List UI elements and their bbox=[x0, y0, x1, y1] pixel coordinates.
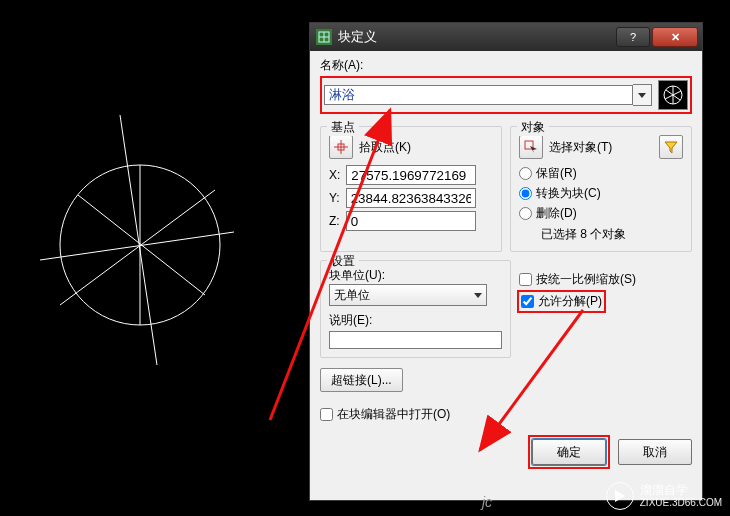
open-in-editor-label: 在块编辑器中打开(O) bbox=[337, 406, 450, 423]
objects-title: 对象 bbox=[517, 119, 549, 136]
scale-uniform-label: 按统一比例缩放(S) bbox=[536, 271, 636, 288]
play-icon bbox=[606, 482, 634, 510]
x-label: X: bbox=[329, 168, 340, 182]
convert-radio[interactable] bbox=[519, 187, 532, 200]
convert-label: 转换为块(C) bbox=[536, 185, 601, 202]
quick-select-button[interactable] bbox=[659, 135, 683, 159]
base-point-title: 基点 bbox=[327, 119, 359, 136]
cancel-button[interactable]: 取消 bbox=[618, 439, 692, 465]
svg-line-2 bbox=[40, 232, 234, 260]
selection-status: 已选择 8 个对象 bbox=[541, 226, 683, 243]
convert-radio-row[interactable]: 转换为块(C) bbox=[519, 185, 683, 202]
svg-line-5 bbox=[78, 195, 205, 295]
block-unit-select[interactable]: 无单位 bbox=[329, 284, 487, 306]
z-label: Z: bbox=[329, 214, 340, 228]
retain-label: 保留(R) bbox=[536, 165, 577, 182]
watermark: 溜溜自学 ZIXUE.3D66.COM bbox=[606, 482, 722, 510]
name-label: 名称(A): bbox=[320, 57, 692, 74]
description-input[interactable] bbox=[329, 331, 502, 349]
name-dropdown-button[interactable] bbox=[633, 84, 652, 106]
help-button[interactable]: ? bbox=[616, 27, 650, 47]
delete-radio[interactable] bbox=[519, 207, 532, 220]
cad-canvas bbox=[0, 0, 320, 516]
allow-explode-checkbox[interactable] bbox=[521, 295, 534, 308]
name-field-highlight bbox=[320, 76, 692, 114]
block-preview bbox=[658, 80, 688, 110]
hyperlink-button[interactable]: 超链接(L)... bbox=[320, 368, 403, 392]
watermark-url: ZIXUE.3D66.COM bbox=[640, 497, 722, 508]
objects-group: 对象 选择对象(T) 保留(R) 转换为块(C) bbox=[510, 126, 692, 252]
pick-point-button[interactable] bbox=[329, 135, 353, 159]
settings-group: 设置 块单位(U): 无单位 说明(E): bbox=[320, 260, 511, 358]
x-input[interactable] bbox=[346, 165, 476, 185]
block-definition-dialog: 块定义 ? ✕ 名称(A): 基点 拾取点(K) bbox=[309, 22, 703, 501]
jc-mark: jc bbox=[482, 494, 492, 510]
svg-line-1 bbox=[60, 190, 215, 305]
retain-radio-row[interactable]: 保留(R) bbox=[519, 165, 683, 182]
block-unit-value: 无单位 bbox=[334, 287, 370, 304]
filter-icon bbox=[664, 140, 678, 154]
settings-title: 设置 bbox=[327, 253, 359, 270]
select-objects-button[interactable] bbox=[519, 135, 543, 159]
delete-radio-row[interactable]: 删除(D) bbox=[519, 205, 683, 222]
chevron-down-icon bbox=[474, 293, 482, 298]
svg-marker-23 bbox=[615, 490, 625, 502]
open-in-editor-checkbox[interactable] bbox=[320, 408, 333, 421]
pick-point-label: 拾取点(K) bbox=[359, 139, 411, 156]
crosshair-icon bbox=[334, 140, 348, 154]
select-objects-label: 选择对象(T) bbox=[549, 139, 612, 156]
dialog-title: 块定义 bbox=[338, 28, 614, 46]
base-point-group: 基点 拾取点(K) X: Y: Z: bbox=[320, 126, 502, 252]
allow-explode-row[interactable]: 允许分解(P) bbox=[519, 291, 692, 312]
close-button[interactable]: ✕ bbox=[652, 27, 698, 47]
svg-marker-18 bbox=[665, 142, 677, 153]
open-in-editor-row[interactable]: 在块编辑器中打开(O) bbox=[320, 406, 692, 423]
titlebar[interactable]: 块定义 ? ✕ bbox=[310, 23, 702, 51]
scale-uniform-row[interactable]: 按统一比例缩放(S) bbox=[519, 271, 692, 288]
y-label: Y: bbox=[329, 191, 340, 205]
ok-button[interactable]: 确定 bbox=[532, 439, 606, 465]
svg-line-3 bbox=[120, 115, 157, 365]
scale-uniform-checkbox[interactable] bbox=[519, 273, 532, 286]
delete-label: 删除(D) bbox=[536, 205, 577, 222]
chevron-down-icon bbox=[638, 93, 646, 98]
watermark-name: 溜溜自学 bbox=[640, 484, 722, 497]
app-icon bbox=[316, 29, 332, 45]
allow-explode-label: 允许分解(P) bbox=[538, 293, 602, 310]
ok-highlight: 确定 bbox=[528, 435, 610, 469]
description-label: 说明(E): bbox=[329, 312, 502, 329]
y-input[interactable] bbox=[346, 188, 476, 208]
z-input[interactable] bbox=[346, 211, 476, 231]
select-icon bbox=[524, 140, 538, 154]
svg-marker-9 bbox=[638, 93, 646, 98]
retain-radio[interactable] bbox=[519, 167, 532, 180]
svg-marker-19 bbox=[474, 293, 482, 298]
block-name-input[interactable] bbox=[324, 85, 633, 105]
